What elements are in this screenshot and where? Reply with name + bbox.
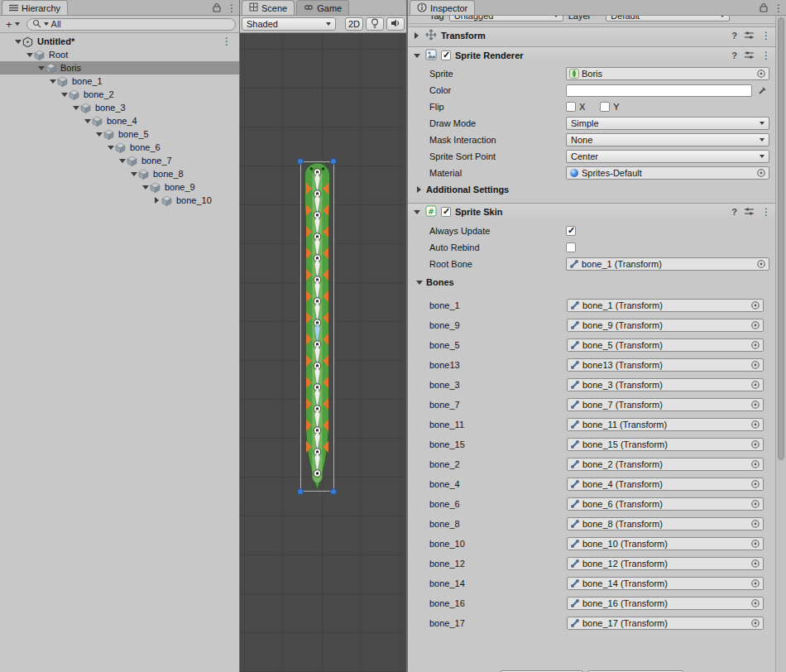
audio-toggle-button[interactable] [386, 17, 405, 31]
auto-rebind-checkbox[interactable] [566, 242, 576, 252]
root-bone-object-field[interactable]: bone_1 (Transform) [566, 257, 769, 271]
additional-settings-foldout[interactable]: Additional Settings [408, 181, 775, 198]
hierarchy-item-bone_7[interactable]: bone_7 [0, 154, 239, 167]
foldout-triangle[interactable] [412, 208, 421, 217]
hierarchy-item-bone_6[interactable]: bone_6 [0, 141, 239, 154]
lighting-toggle-button[interactable] [366, 17, 384, 31]
bone-object-field[interactable]: bone_17 (Transform) [567, 617, 764, 630]
bone-object-field[interactable]: bone_8 (Transform) [567, 517, 764, 530]
always-update-checkbox[interactable] [566, 226, 576, 236]
object-picker-icon[interactable] [755, 69, 767, 79]
toggle-2d-button[interactable]: 2D [345, 17, 363, 31]
inspector-scrollbar[interactable] [775, 16, 786, 672]
eyedropper-icon[interactable] [755, 84, 769, 97]
foldout-triangle[interactable] [94, 130, 103, 139]
hierarchy-item-bone_3[interactable]: bone_3 [0, 101, 239, 114]
foldout-triangle[interactable] [141, 183, 150, 192]
mask-interaction-dropdown[interactable]: None [566, 133, 769, 146]
object-picker-icon[interactable] [750, 320, 761, 330]
bone-object-field[interactable]: bone_14 (Transform) [567, 577, 764, 590]
bone-object-field[interactable]: bone_9 (Transform) [567, 319, 764, 332]
bone-object-field[interactable]: bone_3 (Transform) [567, 378, 764, 391]
hierarchy-item-Boris[interactable]: Boris [0, 61, 239, 74]
kebab-menu-icon[interactable]: ⋮ [761, 31, 771, 41]
foldout-triangle[interactable] [117, 156, 127, 166]
bone-object-field[interactable]: bone_10 (Transform) [567, 537, 764, 550]
object-picker-icon[interactable] [750, 578, 761, 588]
lock-icon[interactable] [213, 2, 221, 14]
lock-icon[interactable] [760, 2, 768, 14]
hierarchy-item-bone_10[interactable]: bone_10 [0, 194, 239, 207]
tab-inspector[interactable]: Inspector [410, 0, 475, 15]
object-picker-icon[interactable] [750, 499, 761, 509]
draw-mode-dropdown[interactable]: Simple [566, 117, 769, 130]
bone-object-field[interactable]: bone_7 (Transform) [567, 398, 764, 411]
scene-viewport[interactable] [240, 33, 406, 672]
scrollbar-thumb[interactable] [778, 17, 784, 460]
object-picker-icon[interactable] [750, 479, 761, 489]
sprite-sort-point-dropdown[interactable]: Center [566, 150, 769, 163]
create-object-button[interactable]: + [3, 18, 22, 31]
object-picker-icon[interactable] [750, 400, 761, 410]
help-icon[interactable]: ? [731, 207, 737, 217]
kebab-menu-icon[interactable]: ⋮ [761, 207, 771, 217]
foldout-triangle[interactable] [152, 196, 161, 205]
object-picker-icon[interactable] [750, 459, 761, 469]
object-picker-icon[interactable] [750, 420, 761, 430]
foldout-triangle[interactable] [412, 51, 421, 60]
object-picker-icon[interactable] [750, 340, 761, 350]
tab-scene[interactable]: Scene [242, 0, 295, 15]
tab-hierarchy[interactable]: Hierarchy [2, 0, 68, 15]
foldout-triangle[interactable] [415, 278, 424, 287]
flip-x-checkbox[interactable] [566, 102, 576, 112]
selection-handle-bottom-right[interactable] [330, 488, 337, 495]
kebab-menu-icon[interactable]: ⋮ [761, 50, 771, 60]
material-object-field[interactable]: Sprites-Default [566, 166, 769, 180]
presets-icon[interactable] [744, 207, 755, 218]
presets-icon[interactable] [744, 50, 755, 61]
object-picker-icon[interactable] [750, 598, 761, 608]
bone-object-field[interactable]: bone_12 (Transform) [567, 557, 764, 570]
object-picker-icon[interactable] [750, 360, 761, 370]
search-filter-caret-icon[interactable] [44, 22, 49, 26]
foldout-triangle[interactable] [412, 31, 421, 41]
tag-dropdown[interactable]: Untagged [449, 16, 563, 22]
object-picker-icon[interactable] [755, 168, 767, 178]
object-picker-icon[interactable] [750, 618, 761, 628]
hierarchy-item-bone_8[interactable]: bone_8 [0, 167, 239, 180]
transform-component-header[interactable]: Transform ? ⋮ [408, 26, 775, 44]
bone-object-field[interactable]: bone_1 (Transform) [567, 299, 764, 312]
sprite-object-field[interactable]: Boris [566, 67, 769, 80]
object-picker-icon[interactable] [750, 539, 761, 549]
layer-dropdown[interactable]: Default [606, 16, 730, 22]
hierarchy-item-Root[interactable]: Root [0, 48, 239, 61]
foldout-triangle[interactable] [71, 103, 80, 113]
flip-y-checkbox[interactable] [600, 102, 610, 112]
foldout-triangle[interactable] [415, 185, 424, 194]
sprite-skin-component-header[interactable]: # Sprite Skin ? ⋮ [408, 203, 775, 220]
bone-object-field[interactable]: bone_16 (Transform) [567, 597, 764, 610]
presets-icon[interactable] [744, 31, 755, 41]
help-icon[interactable]: ? [731, 31, 737, 41]
bone-object-field[interactable]: bone13 (Transform) [567, 358, 764, 372]
object-picker-icon[interactable] [750, 300, 761, 310]
hierarchy-item-bone_4[interactable]: bone_4 [0, 114, 239, 127]
foldout-triangle[interactable] [48, 77, 57, 86]
bone-object-field[interactable]: bone_11 (Transform) [567, 418, 764, 431]
kebab-menu-icon[interactable]: ⋮ [227, 3, 237, 13]
hierarchy-item-Untitled[interactable]: Untitled*⋮ [0, 35, 239, 48]
bone-object-field[interactable]: bone_5 (Transform) [567, 338, 764, 352]
object-picker-icon[interactable] [750, 559, 761, 569]
object-picker-icon[interactable] [750, 439, 761, 449]
selection-handle-top-right[interactable] [330, 158, 337, 165]
kebab-menu-icon[interactable]: ⋮ [774, 3, 784, 13]
color-swatch[interactable] [566, 84, 752, 97]
bone-object-field[interactable]: bone_6 (Transform) [567, 497, 764, 511]
foldout-triangle[interactable] [129, 170, 138, 179]
hierarchy-search-input[interactable]: All [26, 18, 236, 31]
selection-handle-top-left[interactable] [297, 158, 304, 165]
bone-object-field[interactable]: bone_15 (Transform) [567, 438, 764, 451]
shading-mode-dropdown[interactable]: Shaded [242, 17, 336, 31]
object-picker-icon[interactable] [755, 259, 767, 269]
foldout-triangle[interactable] [106, 143, 115, 152]
